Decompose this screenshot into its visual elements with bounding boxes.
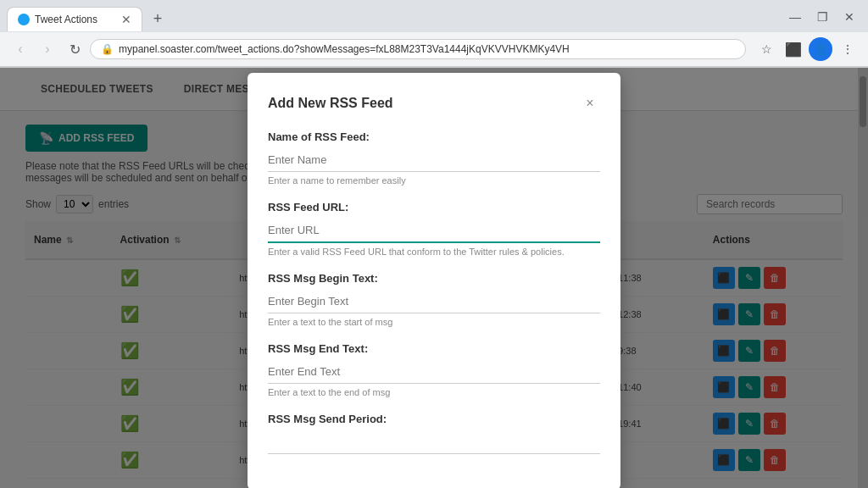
maximize-button[interactable]: ❐	[810, 5, 834, 29]
address-text: mypanel.soaster.com/tweet_actions.do?sho…	[119, 43, 735, 55]
field-input-name[interactable]	[268, 148, 600, 172]
extensions-icon[interactable]: ⬛	[782, 37, 805, 61]
tab-close-button[interactable]: ✕	[121, 13, 131, 26]
form-group-name: Name of RSS Feed: Enter a name to rememb…	[268, 130, 600, 186]
forward-button[interactable]: ›	[36, 37, 59, 61]
navigation-bar: ‹ › ↻ 🔒 mypanel.soaster.com/tweet_action…	[0, 32, 868, 67]
field-label-url: RSS Feed URL:	[268, 201, 600, 214]
add-rss-feed-modal: Add New RSS Feed × Name of RSS Feed: Ent…	[248, 73, 620, 488]
new-tab-button[interactable]: +	[146, 7, 170, 30]
field-label-begin_text: RSS Msg Begin Text:	[268, 272, 600, 285]
reload-button[interactable]: ↻	[63, 37, 86, 61]
minimize-button[interactable]: —	[783, 5, 807, 29]
field-input-end_text[interactable]	[268, 360, 600, 384]
tab-favicon	[18, 14, 30, 25]
tab-title: Tweet Actions	[35, 14, 114, 25]
field-hint-name: Enter a name to remember easily	[268, 175, 600, 186]
bookmark-button[interactable]: ☆	[754, 37, 778, 61]
field-hint-begin_text: Enter a text to the start of msg	[268, 317, 600, 327]
field-input-period[interactable]	[268, 430, 600, 454]
browser-chrome: Tweet Actions ✕ + — ❐ ✕ ‹ › ↻ 🔒 mypanel.…	[0, 0, 868, 68]
form-group-begin_text: RSS Msg Begin Text: Enter a text to the …	[268, 272, 600, 327]
form-group-period: RSS Msg Send Period:	[268, 413, 600, 454]
modal-close-button[interactable]: ×	[580, 93, 600, 114]
close-window-button[interactable]: ✕	[837, 5, 861, 29]
active-tab[interactable]: Tweet Actions ✕	[7, 7, 142, 31]
form-group-end_text: RSS Msg End Text: Enter a text to the en…	[268, 342, 600, 397]
modal-form: Name of RSS Feed: Enter a name to rememb…	[268, 130, 600, 454]
field-label-end_text: RSS Msg End Text:	[268, 342, 600, 355]
field-hint-url: Enter a valid RSS Feed URL that conform …	[268, 247, 600, 257]
modal-header: Add New RSS Feed ×	[268, 93, 600, 114]
back-button[interactable]: ‹	[8, 37, 32, 61]
page-content: SCHEDULED TWEETS DIRECT MESSAGES AUTO CO…	[0, 68, 868, 488]
menu-button[interactable]: ⋮	[836, 37, 860, 61]
browser-actions: ☆ ⬛ 👤 ⋮	[754, 37, 860, 61]
form-group-url: RSS Feed URL: Enter a valid RSS Feed URL…	[268, 201, 600, 257]
modal-title: Add New RSS Feed	[268, 96, 393, 111]
field-label-name: Name of RSS Feed:	[268, 130, 600, 143]
field-label-period: RSS Msg Send Period:	[268, 413, 600, 425]
field-hint-end_text: Enter a text to the end of msg	[268, 387, 600, 397]
tab-bar: Tweet Actions ✕ + — ❐ ✕	[0, 0, 868, 32]
profile-icon[interactable]: 👤	[809, 37, 832, 61]
lock-icon: 🔒	[101, 43, 114, 55]
address-bar[interactable]: 🔒 mypanel.soaster.com/tweet_actions.do?s…	[90, 39, 746, 59]
field-input-url[interactable]	[268, 219, 600, 243]
field-input-begin_text[interactable]	[268, 290, 600, 313]
